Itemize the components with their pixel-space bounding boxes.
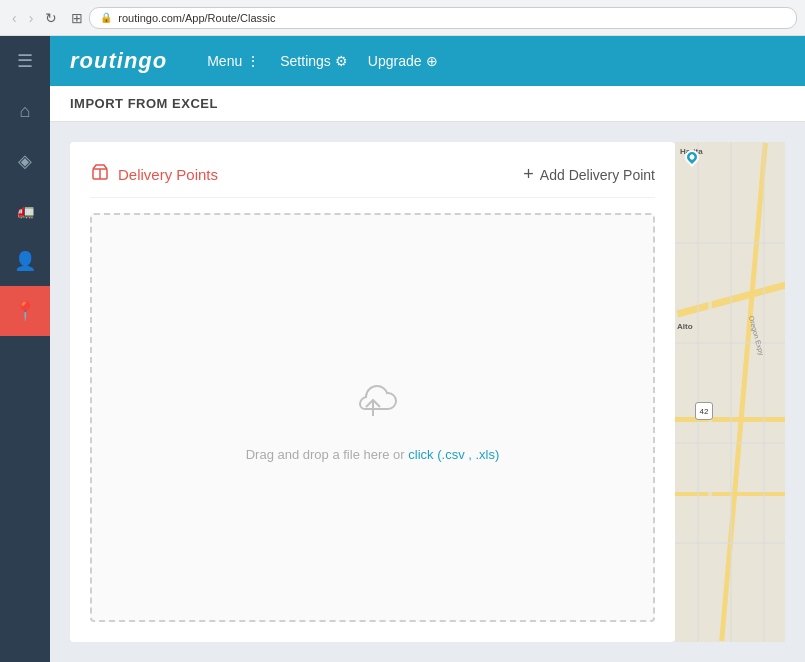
left-panel: Delivery Points + Add Delivery Point xyxy=(70,142,675,642)
app-container: ☰ ⌂ ◈ 🚛 👤 📍 routingo Menu ⋮ xyxy=(0,36,805,662)
settings-nav-item[interactable]: Settings ⚙ xyxy=(280,53,348,69)
location-icon: 📍 xyxy=(14,300,36,322)
sidebar-item-routes[interactable]: ◈ xyxy=(0,136,50,186)
upgrade-nav-item[interactable]: Upgrade ⊕ xyxy=(368,53,438,69)
url-text: routingo.com/App/Route/Classic xyxy=(118,12,275,24)
drop-zone-click-text: click (.csv , .xls) xyxy=(408,447,499,462)
file-drop-zone[interactable]: Drag and drop a file here or click (.csv… xyxy=(90,213,655,622)
sidebar-item-location[interactable]: 📍 xyxy=(0,286,50,336)
app-logo: routingo xyxy=(70,48,167,74)
settings-nav-label: Settings xyxy=(280,53,331,69)
forward-button[interactable]: › xyxy=(25,8,38,28)
home-icon: ⌂ xyxy=(20,101,31,122)
lock-icon: 🔒 xyxy=(100,12,112,23)
highway-shield: 42 xyxy=(695,402,713,420)
back-button[interactable]: ‹ xyxy=(8,8,21,28)
box-icon: ◈ xyxy=(18,150,32,172)
main-content: routingo Menu ⋮ Settings ⚙ Upgrade ⊕ IMP… xyxy=(50,36,805,662)
map-marker xyxy=(685,150,699,164)
menu-nav-label: Menu xyxy=(207,53,242,69)
sidebar-item-trucks[interactable]: 🚛 xyxy=(0,186,50,236)
menu-dots-icon: ⋮ xyxy=(246,53,260,69)
sidebar-item-menu[interactable]: ☰ xyxy=(0,36,50,86)
delivery-box-icon xyxy=(90,162,110,187)
settings-gear-icon: ⚙ xyxy=(335,53,348,69)
upgrade-nav-label: Upgrade xyxy=(368,53,422,69)
sidebar-item-home[interactable]: ⌂ xyxy=(0,86,50,136)
truck-icon: 🚛 xyxy=(17,203,34,219)
grid-button[interactable]: ⊞ xyxy=(71,10,83,26)
delivery-points-button[interactable]: Delivery Points xyxy=(90,162,218,187)
browser-navigation: ‹ › ↻ xyxy=(8,8,61,28)
add-plus-icon: + xyxy=(523,164,534,185)
contacts-icon: 👤 xyxy=(14,250,36,272)
address-bar[interactable]: 🔒 routingo.com/App/Route/Classic xyxy=(89,7,797,29)
add-delivery-label: Add Delivery Point xyxy=(540,167,655,183)
delivery-points-label: Delivery Points xyxy=(118,166,218,183)
map-label-alto: Alto xyxy=(677,322,693,331)
menu-icon: ☰ xyxy=(17,50,33,72)
browser-chrome: ‹ › ↻ ⊞ 🔒 routingo.com/App/Route/Classic xyxy=(0,0,805,36)
reload-button[interactable]: ↻ xyxy=(41,8,61,28)
content-area: Delivery Points + Add Delivery Point xyxy=(50,122,805,662)
map-background: Harita Alto Oregon Expy 42 xyxy=(675,142,785,642)
header-nav: Menu ⋮ Settings ⚙ Upgrade ⊕ xyxy=(207,53,437,69)
upgrade-circle-icon: ⊕ xyxy=(426,53,438,69)
panel-header: Delivery Points + Add Delivery Point xyxy=(90,162,655,198)
add-delivery-button[interactable]: + Add Delivery Point xyxy=(523,164,655,185)
cloud-upload-icon xyxy=(343,374,403,432)
map-panel: Harita Alto Oregon Expy 42 xyxy=(675,142,785,642)
drop-zone-text: Drag and drop a file here or click (.csv… xyxy=(246,447,500,462)
page-title: IMPORT FROM EXCEL xyxy=(70,96,218,111)
sidebar: ☰ ⌂ ◈ 🚛 👤 📍 xyxy=(0,36,50,662)
menu-nav-item[interactable]: Menu ⋮ xyxy=(207,53,260,69)
page-title-bar: IMPORT FROM EXCEL xyxy=(50,86,805,122)
sidebar-item-contacts[interactable]: 👤 xyxy=(0,236,50,286)
app-header: routingo Menu ⋮ Settings ⚙ Upgrade ⊕ xyxy=(50,36,805,86)
